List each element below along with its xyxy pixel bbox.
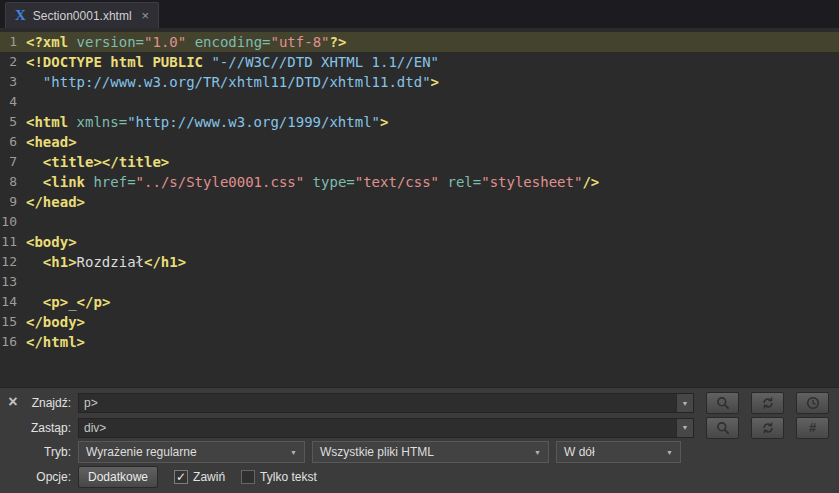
code-line-text (26, 92, 839, 112)
code-line-text: </body> (26, 312, 839, 332)
replace-dropdown-arrow-icon[interactable]: ▼ (676, 419, 693, 437)
code-line-text: <?xml version="1.0" encoding="utf-8"?> (26, 32, 839, 52)
line-number: 4 (0, 92, 26, 112)
editor-line[interactable]: 1<?xml version="1.0" encoding="utf-8"?> (0, 32, 839, 52)
editor-line[interactable]: 6<head> (0, 132, 839, 152)
replace-combo: ▼ (78, 418, 694, 438)
replace-input[interactable] (79, 419, 676, 437)
direction-select[interactable]: W dół ▼ (556, 441, 681, 463)
find-combo: ▼ (78, 393, 694, 413)
line-number: 9 (0, 192, 26, 212)
editor-line[interactable]: 10 (0, 212, 839, 232)
replace-button[interactable] (706, 417, 739, 439)
chevron-down-icon: ▼ (666, 449, 673, 456)
line-number: 14 (0, 292, 26, 312)
editor-line[interactable]: 11<body> (0, 232, 839, 252)
editor-line[interactable]: 7 <title></title> (0, 152, 839, 172)
direction-select-value: W dół (564, 445, 656, 459)
options-label: Opcje: (28, 470, 78, 484)
find-dropdown-arrow-icon[interactable]: ▼ (676, 394, 693, 412)
find-button[interactable] (706, 392, 739, 414)
line-number: 3 (0, 72, 26, 92)
chevron-down-icon: ▼ (290, 449, 297, 456)
editor-line[interactable]: 3 "http://www.w3.org/TR/xhtml11/DTD/xhtm… (0, 72, 839, 92)
clock-icon (806, 396, 820, 410)
code-line-text: <link href="../s/Style0001.css" type="te… (26, 172, 839, 192)
refresh-icon (761, 421, 775, 435)
editor-line[interactable]: 13 (0, 272, 839, 292)
replace-find-button[interactable] (751, 392, 784, 414)
close-find-panel-icon[interactable]: × (3, 393, 23, 411)
tab-bar: X Section0001.xhtml × (0, 0, 839, 28)
xhtml-file-icon: X (15, 7, 26, 24)
wrap-checkbox-label: Zawiń (193, 470, 225, 484)
code-line-text: <!DOCTYPE html PUBLIC "-//W3C//DTD XHTML… (26, 52, 839, 72)
editor-line[interactable]: 9</head> (0, 192, 839, 212)
line-number: 12 (0, 252, 26, 272)
mode-select[interactable]: Wyrażenie regularne ▼ (78, 441, 305, 463)
code-line-text: <title></title> (26, 152, 839, 172)
code-line-text (26, 212, 839, 232)
editor-line[interactable]: 14 <p>_</p> (0, 292, 839, 312)
line-number: 16 (0, 332, 26, 352)
line-number: 15 (0, 312, 26, 332)
code-line-text: </html> (26, 332, 839, 352)
code-line-text: <html xmlns="http://www.w3.org/1999/xhtm… (26, 112, 839, 132)
line-number: 1 (0, 32, 26, 52)
code-line-text: <body> (26, 232, 839, 252)
magnifier-icon (716, 421, 730, 435)
options-row: Opcje: Dodatkowe ✓ Zawiń Tylko tekst (28, 466, 829, 488)
replace-all-button[interactable] (751, 417, 784, 439)
editor-line[interactable]: 2<!DOCTYPE html PUBLIC "-//W3C//DTD XHTM… (0, 52, 839, 72)
line-number: 2 (0, 52, 26, 72)
text-only-checkbox-label: Tylko tekst (260, 470, 317, 484)
editor-line[interactable]: 16</html> (0, 332, 839, 352)
code-line-text: <p>_</p> (26, 292, 839, 312)
find-label: Znajdź: (28, 396, 78, 410)
code-line-text: <h1>Rozdział</h1> (26, 252, 839, 272)
tab-close-icon[interactable]: × (142, 8, 150, 23)
editor-line[interactable]: 5<html xmlns="http://www.w3.org/1999/xht… (0, 112, 839, 132)
editor-line[interactable]: 15</body> (0, 312, 839, 332)
code-line-text: "http://www.w3.org/TR/xhtml11/DTD/xhtml1… (26, 72, 839, 92)
count-button[interactable] (796, 392, 829, 414)
replace-label: Zastąp: (28, 421, 78, 435)
editor-line[interactable]: 8 <link href="../s/Style0001.css" type="… (0, 172, 839, 192)
line-number: 8 (0, 172, 26, 192)
line-number: 5 (0, 112, 26, 132)
code-editor[interactable]: 1<?xml version="1.0" encoding="utf-8"?>2… (0, 28, 839, 387)
application-window: X Section0001.xhtml × 1<?xml version="1.… (0, 0, 839, 493)
find-row: Znajdź: ▼ (28, 392, 829, 414)
replace-row: Zastąp: ▼ # (28, 417, 829, 439)
files-select[interactable]: Wszystkie pliki HTML ▼ (312, 441, 549, 463)
code-line-text (26, 272, 839, 292)
refresh-icon (761, 396, 775, 410)
line-number: 7 (0, 152, 26, 172)
files-select-value: Wszystkie pliki HTML (320, 445, 524, 459)
line-number: 13 (0, 272, 26, 292)
tab-title: Section0001.xhtml (33, 9, 132, 23)
editor-line[interactable]: 12 <h1>Rozdział</h1> (0, 252, 839, 272)
mode-select-value: Wyrażenie regularne (86, 445, 280, 459)
wrap-checkbox-group: ✓ Zawiń (174, 470, 225, 484)
magnifier-icon (716, 396, 730, 410)
wrap-checkbox[interactable]: ✓ (174, 470, 188, 484)
mode-label: Tryb: (28, 445, 78, 459)
find-input[interactable] (79, 394, 676, 412)
chevron-down-icon: ▼ (534, 449, 541, 456)
line-number: 11 (0, 232, 26, 252)
find-replace-panel: × Znajdź: ▼ Zastąp: ▼ (0, 387, 839, 493)
mode-row: Tryb: Wyrażenie regularne ▼ Wszystkie pl… (28, 441, 829, 463)
line-number: 10 (0, 212, 26, 232)
code-line-text: <head> (26, 132, 839, 152)
count-hash-button[interactable]: # (796, 417, 829, 439)
text-only-checkbox[interactable] (241, 470, 255, 484)
tab-section0001[interactable]: X Section0001.xhtml × (5, 2, 159, 28)
line-number: 6 (0, 132, 26, 152)
hash-icon: # (809, 420, 816, 435)
editor-line[interactable]: 4 (0, 92, 839, 112)
code-line-text: </head> (26, 192, 839, 212)
text-only-checkbox-group: Tylko tekst (241, 470, 317, 484)
more-options-button[interactable]: Dodatkowe (78, 466, 158, 488)
